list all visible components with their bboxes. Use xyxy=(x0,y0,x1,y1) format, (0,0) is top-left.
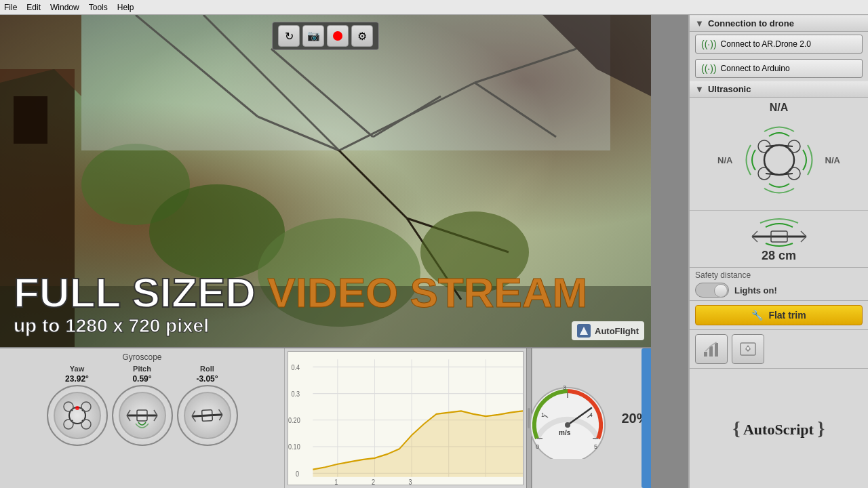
chart-canvas: 0.4 0.3 0.20 0.10 0 1 2 3 xyxy=(288,351,524,485)
svg-text:0.20: 0.20 xyxy=(288,416,300,424)
gyroscope-title: Gyroscope xyxy=(4,352,280,362)
flat-trim-label: Flat trim xyxy=(768,310,806,321)
drone-top-icon xyxy=(60,399,94,432)
speed-gauge-wrap: 0 3 5 1 4 m/s 20% xyxy=(524,378,648,459)
fullsize-banner: FULL SIZED VIDEO STREAM up to 868 x 488… xyxy=(0,265,651,347)
roll-label: Roll xyxy=(200,365,214,373)
connect-ardrone-button[interactable]: ((·)) Connect to AR.Drone 2.0 xyxy=(695,35,863,54)
svg-line-80 xyxy=(779,145,793,146)
pitch-gauge: Pitch 0.59° xyxy=(112,365,173,446)
camera-button[interactable]: 📷 xyxy=(302,25,324,47)
banner-line1: FULL SIZED VIDEO STREAM xyxy=(14,272,637,314)
settings-icon: ⚙ xyxy=(357,30,367,43)
ultrasonic-right-value: N/A xyxy=(825,155,840,165)
settings-button[interactable]: ⚙ xyxy=(351,25,373,47)
menu-window[interactable]: Window xyxy=(50,3,79,12)
svg-line-27 xyxy=(72,410,73,411)
svg-text:5: 5 xyxy=(594,443,597,450)
svg-text:m/s: m/s xyxy=(559,429,571,436)
roll-inner xyxy=(184,392,231,439)
map-button[interactable] xyxy=(732,334,764,364)
ultrasonic-left-value: N/A xyxy=(717,155,732,165)
menu-edit[interactable]: Edit xyxy=(26,3,41,12)
safety-section: Safety distance Lights on! xyxy=(690,267,868,300)
autoscript-label: { AutoScript } xyxy=(733,418,825,439)
svg-text:0.10: 0.10 xyxy=(288,443,300,451)
brace-right-icon: } xyxy=(817,418,825,439)
svg-line-29 xyxy=(72,420,73,421)
refresh-icon: ↻ xyxy=(285,30,294,43)
menu-help[interactable]: Help xyxy=(117,3,134,12)
right-panel: ▼ Connection to drone ((·)) Connect to A… xyxy=(688,15,868,488)
svg-point-24 xyxy=(81,402,91,411)
ultrasonic-arrow-icon: ▼ xyxy=(695,84,704,94)
menubar: File Edit Window Tools Help xyxy=(0,0,868,15)
ultrasonic-bottom-value: 28 cm xyxy=(762,249,796,263)
yaw-circle xyxy=(47,385,108,446)
yaw-label: Yaw xyxy=(70,365,84,373)
svg-line-82 xyxy=(779,174,793,175)
svg-line-81 xyxy=(766,174,779,175)
chart-button[interactable] xyxy=(695,334,728,364)
video-area: ↻ 📷 ⚙ AutoFlight xyxy=(0,15,651,347)
svg-point-97 xyxy=(747,347,749,350)
svg-text:0: 0 xyxy=(296,470,299,478)
svg-line-28 xyxy=(82,410,83,411)
connect-arduino-button[interactable]: ((·)) Connect to Arduino xyxy=(695,59,863,78)
svg-text:3: 3 xyxy=(409,478,412,485)
video-toolbar: ↻ 📷 ⚙ xyxy=(272,22,379,50)
svg-text:0: 0 xyxy=(536,443,539,450)
autoscript-section: { AutoScript } xyxy=(690,368,868,488)
brace-left-icon: { xyxy=(733,418,741,439)
refresh-button[interactable]: ↻ xyxy=(278,25,300,47)
connection-header-label: Connection to drone xyxy=(708,18,794,28)
svg-line-4 xyxy=(339,150,407,218)
svg-line-38 xyxy=(192,415,222,416)
yaw-gauge: Yaw 23.92° xyxy=(47,365,108,446)
svg-rect-1 xyxy=(14,96,47,144)
left-panel: ↻ 📷 ⚙ AutoFlight xyxy=(0,15,688,488)
flat-trim-icon: 🔧 xyxy=(751,310,763,321)
svg-text:3: 3 xyxy=(563,384,566,391)
svg-point-78 xyxy=(764,145,794,175)
charts-section: 0.4 0.3 0.20 0.10 0 1 2 3 xyxy=(285,348,526,488)
flat-trim-button[interactable]: 🔧 Flat trim xyxy=(695,305,863,325)
menu-file[interactable]: File xyxy=(4,3,17,12)
roll-value: -3.05° xyxy=(196,374,218,384)
banner-full-sized: FULL SIZED xyxy=(14,269,256,316)
ultrasonic-section: N/A N/A xyxy=(690,98,868,210)
connect-ardrone-label: Connect to AR.Drone 2.0 xyxy=(721,39,811,49)
camera-icon: 📷 xyxy=(307,30,320,42)
drone-sensor-diagram xyxy=(738,119,820,201)
instruments-area: Gyroscope Yaw 23.92° xyxy=(0,347,651,488)
menu-tools[interactable]: Tools xyxy=(89,3,108,12)
svg-text:2: 2 xyxy=(372,478,375,485)
drone-sensor-svg xyxy=(738,119,820,201)
svg-point-31 xyxy=(75,406,79,410)
roll-gauge: Roll -3.05° xyxy=(177,365,238,446)
pitch-circle xyxy=(112,385,173,446)
bottom-right-buttons xyxy=(690,329,868,368)
lights-toggle[interactable] xyxy=(695,283,729,298)
lights-toggle-row: Lights on! xyxy=(695,283,863,298)
svg-text:1: 1 xyxy=(334,478,338,485)
ultrasonic-header-label: Ultrasonic xyxy=(708,84,751,94)
gyroscope-section: Gyroscope Yaw 23.92° xyxy=(0,348,285,488)
speed-gauge-area: 0 3 5 1 4 m/s 20% xyxy=(532,348,640,488)
map-icon xyxy=(738,340,757,359)
connection-arrow-icon: ▼ xyxy=(695,18,704,28)
svg-line-79 xyxy=(766,145,779,146)
drone-pitch-icon xyxy=(123,402,161,429)
chart-icon xyxy=(702,340,721,359)
toggle-knob xyxy=(714,284,728,298)
pitch-value: 0.59° xyxy=(132,374,151,384)
svg-rect-93 xyxy=(704,352,707,357)
svg-point-23 xyxy=(64,402,73,411)
connect-arduino-label: Connect to Arduino xyxy=(721,64,790,73)
roll-circle xyxy=(177,385,238,446)
svg-rect-95 xyxy=(715,343,718,357)
svg-point-76 xyxy=(565,422,570,428)
svg-line-30 xyxy=(82,420,83,421)
ultrasonic-top-value: N/A xyxy=(694,102,864,114)
record-button[interactable] xyxy=(327,25,349,47)
